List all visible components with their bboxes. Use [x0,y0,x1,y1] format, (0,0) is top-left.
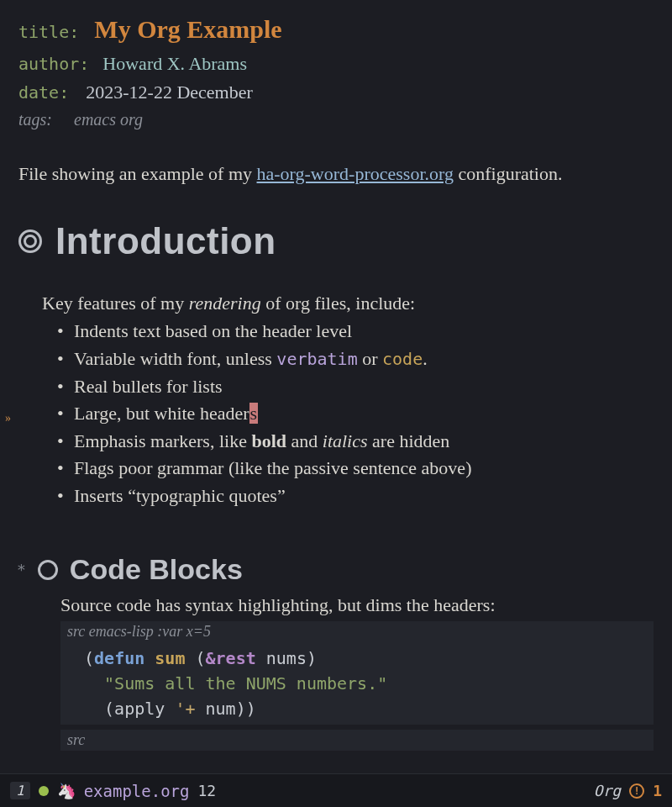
buffer-name[interactable]: example.org [84,782,190,800]
meta-author-line: author: Howard X. Abrams [18,50,654,78]
modified-indicator-icon [39,786,49,796]
meta-key-author: author [18,54,79,74]
warning-count: 1 [653,782,662,799]
warning-icon[interactable]: ! [629,783,644,799]
doc-author: Howard X. Abrams [99,53,247,74]
list-item: Large, but white headers [57,400,654,428]
meta-tags-line: tags: emacs org [18,107,654,133]
list-item: Indents text based on the header level [57,318,654,345]
editor-buffer[interactable]: title: My Org Example author: Howard X. … [0,0,672,767]
unicorn-icon: 🦄 [57,782,76,799]
circle-bullet-icon [18,229,42,253]
feature-list: Indents text based on the header level V… [42,318,654,509]
heading-2-text: Code Blocks [70,553,243,586]
list-item: Real bullets for lists [57,373,654,401]
lead-paragraph: Key features of my rendering of org file… [42,293,654,314]
meta-key-tags: tags: [18,110,52,129]
text-cursor: s [249,403,259,424]
list-item: Inserts “typographic quotes” [57,483,654,510]
heading-1-text: Introduction [55,220,276,262]
meta-key-date: date [18,82,59,103]
meta-date-line: date: 2023-12-22 December [18,78,654,107]
circle-outline-icon [38,560,58,580]
code-text: code [382,349,423,369]
doc-tags: emacs org [62,110,143,129]
src-code-block[interactable]: (defun sum (&rest nums) "Sums all the NU… [60,642,654,725]
intro-paragraph: File showing an example of my ha-org-wor… [18,161,654,187]
major-mode[interactable]: Org [594,782,622,799]
config-link[interactable]: ha-org-word-processor.org [257,163,454,184]
src-begin-line: src emacs-lisp :var x=5 [60,621,654,642]
modeline[interactable]: 1 🦄 example.org 12 Org ! 1 [0,773,672,807]
heading-code-blocks: * Code Blocks [17,553,654,586]
meta-title-line: title: My Org Example [18,10,654,50]
line-number: 12 [197,782,216,799]
list-item: Emphasis markers, like bold and italics … [57,428,654,456]
src-end-line: src [60,730,654,751]
verbatim-text: verbatim [276,349,357,369]
doc-title: My Org Example [89,15,281,43]
list-item: Flags poor grammar (like the passive sen… [57,455,654,483]
list-item: Variable width font, unless verbatim or … [57,345,654,373]
doc-date: 2023-12-22 December [79,82,253,103]
org-star-icon: * [17,561,26,578]
minibuffer[interactable] [0,767,672,773]
meta-key-title: title [18,22,69,42]
heading-introduction: Introduction [18,220,654,262]
fringe-arrow-icon: » [5,412,11,425]
src-lead: Source code has syntax highlighting, but… [60,594,654,616]
window-number[interactable]: 1 [10,782,30,799]
